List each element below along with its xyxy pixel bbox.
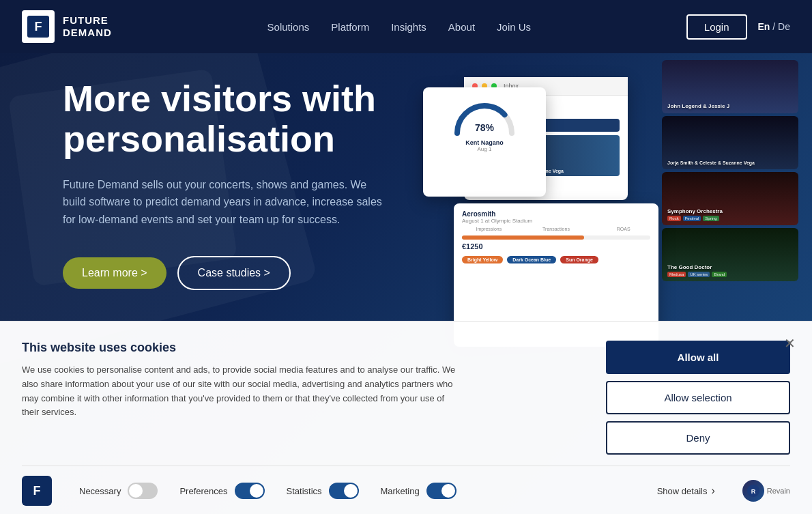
event-thumb-4: The Good Doctor Medusa UK series Brand (662, 228, 798, 281)
gauge-name: Kent Nagano (465, 139, 504, 146)
cookie-top: This website uses cookies We use cookies… (22, 341, 790, 455)
svg-text:78%: 78% (475, 122, 495, 133)
nav-links: Solutions Platform Insights About Join U… (267, 21, 532, 33)
case-studies-button[interactable]: Case studies > (177, 256, 291, 290)
cookie-description: We use cookies to personalise content an… (22, 363, 459, 420)
tag-2: Dark Ocean Blue (507, 256, 556, 263)
gauge-svg: 78% (450, 96, 519, 137)
language-selector: En / De (758, 21, 790, 32)
logo-icon: F (22, 10, 55, 43)
necessary-toggle-group: Necessary (79, 483, 158, 499)
lang-separator: / (772, 21, 778, 32)
svg-text:F: F (35, 20, 42, 33)
revain-branding: R Revain (742, 480, 790, 502)
cookie-left: This website uses cookies We use cookies… (22, 341, 459, 420)
preferences-toggle[interactable] (235, 483, 265, 499)
login-button[interactable]: Login (686, 14, 747, 40)
cookie-logo: F (22, 476, 52, 506)
allow-selection-button[interactable]: Allow selection (606, 381, 790, 414)
deny-button[interactable]: Deny (606, 421, 790, 455)
nav-platform[interactable]: Platform (331, 21, 369, 33)
cookie-banner: ✕ This website uses cookies We use cooki… (0, 321, 812, 514)
gauge-card: 78% Kent Nagano Aug 1 (423, 87, 546, 197)
event-thumb-1: John Legend & Jessie J (662, 60, 798, 113)
gauge-date: Aug 1 (465, 146, 504, 152)
revain-icon: R (742, 480, 764, 502)
marketing-toggle-group: Marketing (381, 483, 456, 499)
tag-1: Bright Yellow (462, 256, 503, 263)
preferences-label: Preferences (179, 486, 227, 496)
allow-all-button[interactable]: Allow all (606, 341, 790, 374)
show-details-button[interactable]: Show details › (657, 485, 715, 497)
statistics-toggle-group: Statistics (287, 483, 359, 499)
necessary-toggle[interactable] (128, 483, 158, 499)
lang-de[interactable]: De (778, 21, 790, 32)
tag-3: Sun Orange (560, 256, 598, 263)
show-details-label: Show details (657, 486, 708, 496)
cookie-close-button[interactable]: ✕ (784, 335, 796, 352)
navbar: F FUTURE DEMAND Solutions Platform Insig… (0, 0, 812, 53)
statistics-toggle[interactable] (329, 483, 359, 499)
event-thumb-2: Jorja Smith & Celeste & Suzanne Vega (662, 116, 798, 169)
lang-en[interactable]: En (758, 21, 770, 32)
logo-text: FUTURE DEMAND (63, 14, 112, 39)
hero-description: Future Demand sells out your concerts, s… (63, 176, 390, 229)
events-column: John Legend & Jessie J Jorja Smith & Cel… (662, 60, 798, 292)
nav-join-us[interactable]: Join Us (497, 21, 531, 33)
event-thumb-3: Symphony Orchestra Rock Festival Spring (662, 172, 798, 225)
nav-insights[interactable]: Insights (391, 21, 426, 33)
marketing-toggle[interactable] (426, 483, 456, 499)
logo[interactable]: F FUTURE DEMAND (22, 10, 112, 43)
logo-svg: F (27, 16, 49, 38)
hero-title: More visitors with personalisation (63, 78, 472, 160)
cookie-bottom-bar: F Necessary Preferences Statistics Marke… (22, 466, 790, 514)
svg-text:R: R (751, 488, 756, 495)
nav-solutions[interactable]: Solutions (267, 21, 310, 33)
preferences-toggle-group: Preferences (179, 483, 264, 499)
cookie-buttons: Allow all Allow selection Deny (606, 341, 790, 455)
necessary-label: Necessary (79, 486, 121, 496)
hero-images: Inbox From Opus Check this out, Anna! Jo… (416, 60, 812, 319)
hero-buttons: Learn more > Case studies > (63, 256, 472, 290)
marketing-label: Marketing (381, 486, 420, 496)
hero-content: More visitors with personalisation Futur… (63, 78, 472, 290)
nav-right: Login En / De (686, 14, 790, 40)
show-details-arrow: › (711, 485, 714, 497)
cookie-title: This website uses cookies (22, 341, 459, 355)
nav-about[interactable]: About (448, 21, 475, 33)
learn-more-button[interactable]: Learn more > (63, 257, 166, 289)
revain-text: Revain (767, 487, 790, 495)
statistics-label: Statistics (287, 486, 322, 496)
